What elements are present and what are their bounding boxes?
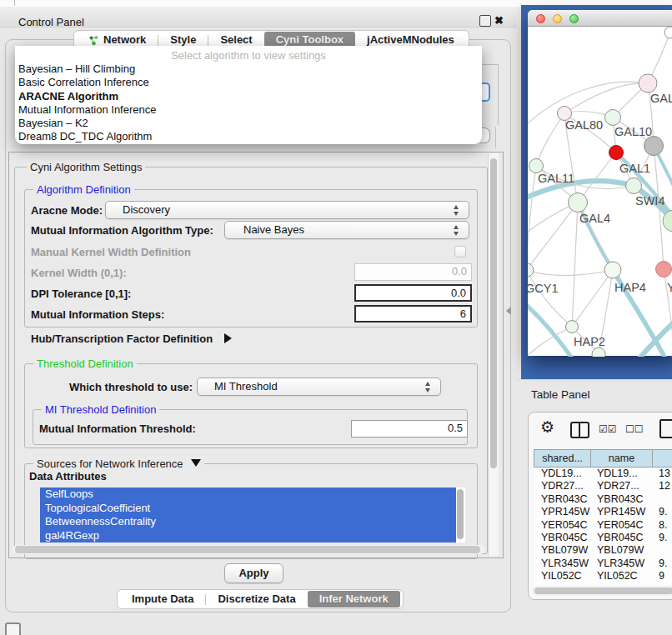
table-row[interactable]: YIL052CYIL052C9: [534, 570, 672, 582]
table-row[interactable]: YDL19...YDL19...13: [534, 468, 672, 480]
network-edge[interactable]: [572, 270, 613, 327]
network-node-gal4[interactable]: [569, 193, 588, 212]
network-edge[interactable]: [536, 113, 564, 166]
settings-horizontal-scrollbar-thumb[interactable]: [15, 546, 480, 553]
mi-type-select[interactable]: Naive Bayes: [224, 221, 469, 239]
list-scrollbar-thumb[interactable]: [457, 489, 464, 539]
network-window[interactable]: GALGAL80GAL10GAL1GAL11SWI4GAL4GCY1HAP4YH…: [528, 10, 672, 356]
network-node-hap4[interactable]: [604, 262, 621, 278]
network-node-gal[interactable]: [639, 74, 657, 92]
mi-threshold-legend: MI Threshold Definition: [42, 403, 159, 416]
data-attribute-item[interactable]: SelfLoops: [40, 488, 456, 502]
cyni-algorithm-settings-legend: Cyni Algorithm Settings: [27, 161, 145, 173]
table-row[interactable]: YPR145WYPR145W9.: [534, 506, 672, 518]
network-node-label: Y: [667, 281, 672, 294]
tab-discretize-data[interactable]: Discretize Data: [206, 591, 307, 608]
deselect-all-checkboxes-icon[interactable]: ☐☐: [625, 423, 644, 435]
splitter-grip-icon[interactable]: [506, 307, 511, 315]
table-row[interactable]: YBR045CYBR045C9.: [534, 532, 672, 544]
table-column-header[interactable]: A: [652, 449, 672, 468]
network-node[interactable]: [644, 137, 664, 156]
network-node-label: HAP4: [614, 281, 646, 294]
close-icon[interactable]: ✖: [494, 14, 504, 27]
network-node-gal1[interactable]: [609, 146, 624, 160]
algorithm-option[interactable]: Dream8 DC_TDC Algorithm: [15, 130, 482, 143]
network-node[interactable]: [664, 27, 672, 38]
table-row[interactable]: YBR043CYBR043C: [534, 493, 672, 506]
tab-infer-network[interactable]: Infer Network: [308, 591, 400, 608]
window-zoom-icon[interactable]: [569, 14, 579, 23]
network-node-gal10[interactable]: [605, 110, 621, 126]
data-attribute-item[interactable]: TopologicalCoefficient: [40, 502, 456, 516]
table-cell: YBR043C: [591, 493, 654, 506]
mi-steps-label: Mutual Information Steps:: [31, 308, 164, 321]
mi-threshold-input[interactable]: 0.5: [351, 420, 468, 438]
data-attributes-list[interactable]: SelfLoopsTopologicalCoefficientBetweenne…: [40, 488, 465, 542]
table-cell: YBR043C: [534, 493, 591, 506]
dpi-tolerance-input[interactable]: 0.0: [354, 284, 472, 302]
export-table-icon[interactable]: [659, 419, 672, 438]
data-attribute-item[interactable]: BetweennessCentrality: [40, 515, 456, 529]
network-edge[interactable]: [528, 270, 572, 327]
sources-title: Sources for Network Inference: [37, 458, 183, 470]
table-row[interactable]: YDR27...YDR27...12: [534, 480, 672, 492]
network-edge[interactable]: [564, 83, 648, 113]
network-node-hap2[interactable]: [566, 321, 579, 333]
settings-vertical-scrollbar[interactable]: [488, 153, 499, 556]
algorithm-option[interactable]: Mutual Information Inference: [15, 103, 482, 117]
gear-icon[interactable]: ⚙: [540, 418, 554, 437]
table-cell: 9: [654, 570, 672, 582]
settings-vertical-scrollbar-thumb[interactable]: [490, 158, 497, 468]
algorithm-option[interactable]: Basic Correlation Inference: [15, 76, 482, 89]
which-threshold-select[interactable]: MI Threshold: [197, 378, 441, 396]
algorithm-dropdown-popup: Select algorithm to view settings Bayesi…: [15, 46, 482, 144]
algorithm-option[interactable]: ARACNE Algorithm: [15, 90, 482, 103]
data-attribute-item[interactable]: gal4RGexp: [40, 529, 456, 543]
hub-definition-expander[interactable]: Hub/Transcription Factor Definition: [31, 332, 232, 345]
network-node-y[interactable]: [656, 262, 672, 278]
network-node-gal11[interactable]: [529, 159, 544, 173]
table-cell: 9.: [654, 506, 672, 518]
table-cell: YDR27...: [534, 480, 591, 492]
algorithm-dropdown-list: Bayesian – Hill ClimbingBasic Correlatio…: [15, 62, 482, 144]
network-edge[interactable]: [528, 270, 613, 276]
network-edge[interactable]: [528, 202, 578, 270]
table-horizontal-scrollbar[interactable]: [533, 587, 672, 595]
sources-legend[interactable]: Sources for Network Inference: [33, 458, 204, 470]
kernel-width-input[interactable]: 0.0: [354, 263, 472, 281]
float-window-icon[interactable]: [479, 15, 491, 27]
manual-kernel-checkbox[interactable]: [454, 246, 466, 258]
mi-type-value: Naive Bayes: [243, 223, 304, 236]
network-edge[interactable]: [572, 202, 578, 327]
network-node[interactable]: [592, 348, 605, 357]
mi-steps-input[interactable]: 6: [354, 305, 472, 322]
dpi-tolerance-label: DPI Tolerance [0,1]:: [31, 288, 131, 300]
threshold-definition-legend: Threshold Definition: [33, 358, 137, 370]
table-column-header[interactable]: name: [590, 449, 653, 468]
tab-impute-data[interactable]: Impute Data: [120, 591, 205, 608]
network-window-titlebar[interactable]: [528, 10, 672, 27]
window-close-icon[interactable]: [536, 14, 545, 23]
algorithm-option[interactable]: Bayesian – Hill Climbing: [15, 62, 482, 76]
table-row[interactable]: YER054CYER054C8.: [534, 519, 672, 532]
table-row[interactable]: YBL079WYBL079W: [534, 544, 672, 557]
select-all-checkboxes-icon[interactable]: ☑☑: [599, 423, 617, 435]
columns-icon[interactable]: [570, 422, 589, 438]
algorithm-option[interactable]: Bayesian – K2: [15, 117, 482, 130]
table-row[interactable]: YLR345WYLR345W9.: [534, 558, 672, 570]
combo-arrows-icon: [424, 381, 432, 393]
network-node-gcy1[interactable]: [528, 263, 534, 277]
network-node-swi4[interactable]: [626, 178, 642, 194]
network-edge[interactable]: [528, 166, 536, 270]
network-canvas[interactable]: GALGAL80GAL10GAL1GAL11SWI4GAL4GCY1HAP4YH…: [528, 27, 672, 357]
table-column-header[interactable]: shared...: [534, 449, 591, 468]
settings-horizontal-scrollbar[interactable]: [13, 545, 484, 554]
aracne-mode-select[interactable]: Discovery: [105, 201, 469, 219]
apply-button[interactable]: Apply: [224, 563, 283, 583]
table-cell: 9.: [654, 558, 672, 570]
network-node-label: GAL1: [619, 162, 650, 175]
collapsed-panel-icon[interactable]: [5, 622, 21, 635]
table-horizontal-scrollbar-thumb[interactable]: [534, 588, 672, 594]
table-header-row: shared...nameA: [534, 449, 672, 468]
window-minimize-icon[interactable]: [553, 14, 562, 23]
